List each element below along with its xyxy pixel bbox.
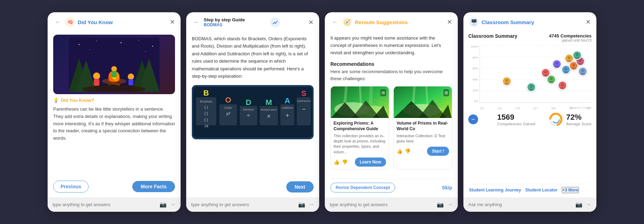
svg-point-1 [79, 44, 80, 45]
competencies-gained-value: 1569 [497, 113, 536, 122]
rec2-body: Volume of Prisms in Real-World Co Intera… [394, 118, 452, 159]
card3-input-bar: 📷 → [325, 197, 458, 212]
svg-point-7 [145, 51, 146, 52]
card1-body-text: Parentheses can be like little storytell… [53, 106, 175, 142]
student-locator-tab[interactable]: Student Locator [525, 188, 558, 192]
avatar-dot-1 [502, 77, 511, 86]
rec2-thumb-buttons: 👍 👎 [397, 148, 411, 154]
card4-body: Classroom Summary 4745 Competencies gain… [463, 30, 596, 184]
x-label-217: 217 [533, 107, 538, 110]
svg-point-72 [530, 85, 533, 88]
rec1-thumbdown-button[interactable]: 👎 [342, 159, 348, 165]
bodmas-diagram: B Brackets ( ) [ ] { } √x O Order x² D D… [192, 85, 314, 139]
card3-search-input[interactable] [330, 202, 434, 207]
card2-input-bar: 📷 → [186, 197, 319, 212]
y-label-20: 20% [472, 89, 478, 92]
card1-footer: Previous More Facts [48, 177, 181, 197]
svg-point-74 [544, 71, 547, 74]
svg-text:M: M [266, 98, 272, 107]
competencies-badge: 4745 Competencies gained until Nov'23 [549, 33, 592, 42]
card2-search-input[interactable] [191, 202, 295, 207]
svg-rect-25 [112, 71, 117, 77]
card4-search-input[interactable] [468, 202, 573, 207]
svg-point-93 [560, 87, 565, 89]
rec2-thumbdown-button[interactable]: 👎 [405, 148, 411, 154]
card2-header: ← Step by step Guide BODMAS ✕ [186, 12, 319, 31]
card2-send-button[interactable]: → [308, 201, 314, 208]
card4-header: 🖥️ Classroom Summary ✕ [463, 12, 596, 30]
student-learning-journey-tab[interactable]: Student Learning Journey [469, 188, 521, 192]
rec2-thumbup-button[interactable]: 👍 [397, 148, 402, 154]
card2-body-text: BODMAS, which stands for Brackets, Order… [192, 35, 314, 80]
more-tabs-button[interactable]: +3 More [562, 187, 579, 193]
competencies-count: 4745 Competencies [549, 33, 592, 38]
card3-back-button[interactable]: ← [330, 18, 340, 27]
card3-close-button[interactable]: ✕ [447, 18, 452, 26]
competencies-gained-label: gained until Nov'23 [549, 38, 592, 42]
rec2-desc: Interactive Collection: D Text goes here… [397, 133, 449, 144]
card1-back-button[interactable]: ← [53, 18, 62, 27]
recommendations-text: Here are some recommendations to help yo… [330, 68, 452, 82]
svg-point-20 [93, 72, 100, 79]
svg-point-82 [550, 77, 553, 80]
skip-button[interactable]: Skip [442, 185, 452, 190]
reroute-card: ← 🧭 Reroute Suggestions ✕ It appears you… [325, 12, 458, 212]
svg-point-84 [579, 59, 582, 62]
card1-close-button[interactable]: ✕ [170, 18, 175, 26]
y-label-40: 40% [472, 78, 478, 81]
svg-point-70 [505, 79, 508, 82]
minus-button[interactable]: − [468, 114, 478, 124]
pie-chart-icon [549, 113, 562, 126]
next-button[interactable]: Next [286, 181, 314, 192]
svg-point-2 [96, 41, 97, 41]
card2-title: Step by step Guide [204, 17, 245, 22]
previous-button[interactable]: Previous [53, 181, 89, 192]
svg-text:Addition: Addition [282, 106, 293, 110]
classroom-icon: 🖥️ [469, 17, 479, 27]
start-button[interactable]: Start ! [427, 147, 449, 156]
card1-search-input[interactable] [52, 202, 157, 207]
card3-title: Reroute Suggestions [355, 19, 408, 25]
svg-point-24 [111, 66, 117, 72]
svg-point-91 [575, 57, 580, 59]
recommendation-card-2: ⊞ Volume of Prisms in Real-World Co Inte… [393, 86, 452, 170]
card1-icon: 🧠 [65, 17, 75, 27]
card2-close-button[interactable]: ✕ [308, 19, 314, 26]
reroute-icon: 🧭 [342, 17, 352, 27]
card3-send-button[interactable]: → [447, 201, 453, 208]
avatar-dot-2 [527, 83, 536, 92]
campfire-svg [69, 37, 160, 92]
svg-point-83 [549, 81, 554, 83]
card2-title-block: Step by step Guide BODMAS [204, 17, 245, 27]
x-label-107: 107 [479, 107, 484, 110]
rec1-thumbup-button[interactable]: 👍 [334, 159, 340, 165]
avatar-dot-7 [547, 75, 556, 84]
card4-send-button[interactable]: → [585, 201, 592, 208]
rec1-title: Exploring Prisms: A Comprehensive Guide [334, 121, 386, 132]
brain-icon: 🧠 [67, 19, 73, 25]
camera-icon-3: 📷 [437, 201, 444, 208]
x-axis-label: Progress Overall [570, 106, 591, 109]
svg-point-76 [555, 62, 558, 65]
svg-point-86 [581, 69, 584, 72]
stats-group: 1569 Competencies Gained 72% Average Sco… [497, 113, 592, 126]
card4-input-bar: 📷 → [463, 197, 596, 212]
svg-point-3 [121, 42, 122, 43]
step-by-step-card: ← Step by step Guide BODMAS ✕ BODMAS, wh… [186, 12, 319, 212]
navigation-icon: 🧭 [344, 19, 351, 26]
recommendation-card-1: ⊞ Exploring Prisms: A Comprehensive Guid… [330, 86, 389, 170]
card1-send-button[interactable]: → [169, 201, 176, 208]
learn-now-button[interactable]: Learn Now [355, 158, 386, 167]
revise-concept-button[interactable]: Revise Dependent Concept [330, 183, 395, 192]
card3-header: ← 🧭 Reroute Suggestions ✕ [325, 12, 458, 30]
card2-back-button[interactable]: ← [192, 18, 201, 27]
classroom-chart-header: Classroom Summary 4745 Competencies gain… [468, 33, 592, 42]
more-facts-button[interactable]: More Facts [132, 181, 175, 192]
svg-text:Division: Division [243, 108, 254, 111]
avatar-dot-4 [552, 59, 561, 69]
y-label-0: 0% [474, 100, 478, 103]
stats-row: − 1569 Competencies Gained 72% Average S… [468, 113, 592, 126]
card4-close-button[interactable]: ✕ [586, 18, 591, 26]
svg-point-4 [138, 40, 139, 41]
x-label-254: 254 [551, 107, 555, 110]
